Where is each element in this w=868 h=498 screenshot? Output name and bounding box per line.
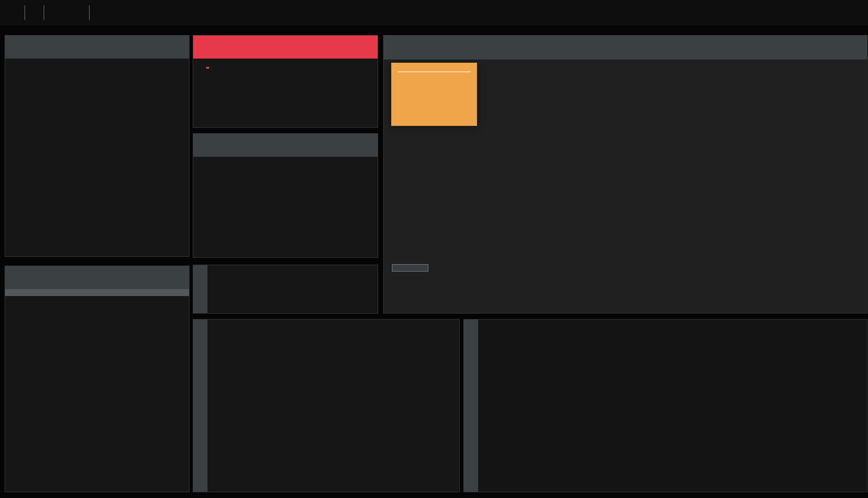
formal-body [193, 58, 378, 69]
clock [68, 3, 79, 23]
panel-header [5, 36, 189, 58]
log-side [193, 319, 208, 492]
waveform-side [464, 319, 478, 492]
divider [24, 5, 25, 20]
divider [43, 5, 44, 20]
map-legend [392, 264, 428, 272]
panel-header [193, 36, 378, 58]
formal-rows [206, 67, 378, 69]
local-side [193, 265, 208, 313]
swave-arrival-alert [391, 63, 477, 126]
comm-rows [193, 157, 378, 160]
waveform-canvas[interactable] [478, 319, 867, 492]
warning-table-header [5, 289, 189, 296]
panel-formal-determination [193, 35, 378, 128]
panel-intensity-map [383, 35, 868, 314]
divider [89, 5, 90, 20]
panel-system-log [193, 319, 460, 492]
panel-local-info [193, 265, 378, 314]
log-lines [208, 319, 215, 492]
panel-header [384, 36, 867, 60]
top-bar [0, 0, 868, 25]
panel-waveform [463, 319, 868, 492]
local-lines [208, 265, 217, 313]
divider [398, 71, 471, 72]
realtime-rows [5, 58, 189, 64]
panel-warning-system [4, 266, 189, 492]
panel-header [5, 266, 189, 289]
eews-dashboard [0, 0, 868, 498]
map-canvas[interactable] [384, 60, 867, 313]
panel-header [193, 134, 378, 157]
panel-realtime-data [4, 35, 189, 257]
panel-communication [193, 133, 378, 258]
